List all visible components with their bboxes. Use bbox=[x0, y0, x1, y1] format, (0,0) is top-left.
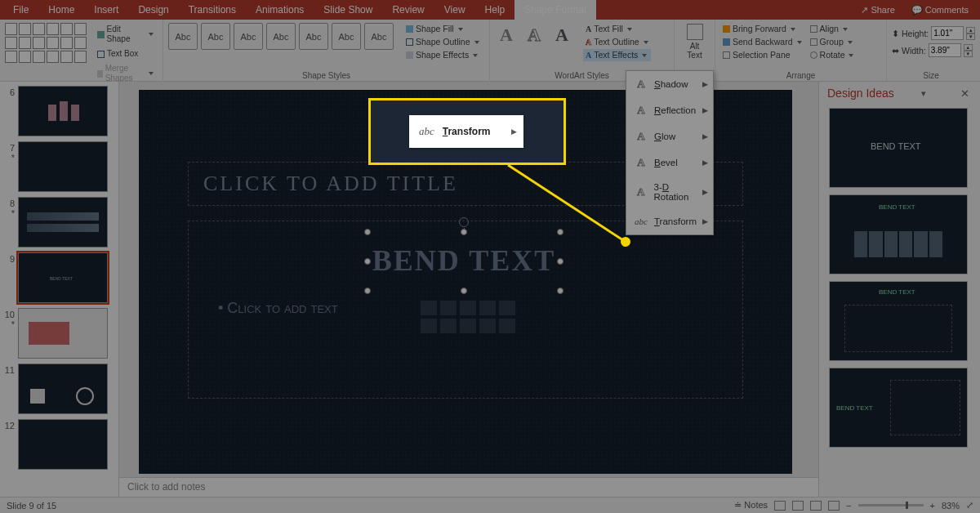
design-ideas-pane: Design Ideas ▾ ✕ BEND TEXT BEND TEXT BEN… bbox=[818, 82, 980, 497]
design-idea-item[interactable]: BEND TEXT bbox=[829, 194, 968, 274]
resize-handle[interactable] bbox=[461, 288, 467, 294]
zoom-slider[interactable] bbox=[858, 504, 924, 506]
text-fill-button[interactable]: AText Fill bbox=[583, 23, 651, 35]
slide-thumbnail-selected[interactable]: BEND TEXT bbox=[18, 252, 108, 303]
wordart-swatch[interactable]: A bbox=[495, 23, 518, 47]
height-icon: ⬍ bbox=[892, 29, 899, 38]
shape-gallery[interactable] bbox=[5, 23, 87, 63]
notes-button[interactable]: ≐ Notes bbox=[734, 500, 768, 511]
design-idea-item[interactable]: BEND TEXT bbox=[829, 368, 968, 448]
text-effects-glow[interactable]: AGlow▶ bbox=[626, 123, 713, 149]
view-reading-icon[interactable] bbox=[810, 501, 822, 511]
shape-effects-button[interactable]: Shape Effects bbox=[403, 49, 482, 61]
wordart-swatch[interactable]: A bbox=[550, 23, 573, 47]
design-ideas-dropdown-icon[interactable]: ▾ bbox=[921, 88, 926, 99]
text-effects-transform[interactable]: abcTransform▶ bbox=[626, 208, 713, 234]
wordart-swatch[interactable]: A bbox=[523, 23, 546, 47]
fit-to-window-button[interactable]: ⤢ bbox=[966, 500, 973, 511]
slide-thumbnail[interactable] bbox=[18, 308, 108, 359]
resize-handle[interactable] bbox=[557, 288, 564, 294]
comments-button[interactable]: 💬 Comments bbox=[905, 0, 975, 20]
text-outline-button[interactable]: AText Outline bbox=[583, 36, 651, 48]
slide-thumbnail[interactable] bbox=[18, 419, 108, 470]
selection-pane-label: Selection Pane bbox=[733, 50, 791, 60]
resize-handle[interactable] bbox=[364, 258, 371, 265]
share-button[interactable]: ↗ Share bbox=[854, 0, 901, 20]
tab-transitions[interactable]: Transitions bbox=[179, 0, 246, 20]
width-spinner[interactable]: ▲▼ bbox=[964, 44, 973, 57]
shape-fill-button[interactable]: Shape Fill bbox=[403, 23, 482, 35]
width-label: Width: bbox=[902, 46, 926, 56]
tab-slideshow[interactable]: Slide Show bbox=[314, 0, 382, 20]
text-effects-bevel[interactable]: ABevel▶ bbox=[626, 149, 713, 176]
style-swatch[interactable]: Abc bbox=[364, 23, 394, 50]
wordart-gallery[interactable]: A A A bbox=[495, 23, 573, 47]
height-input[interactable] bbox=[931, 26, 964, 40]
alt-text-button[interactable]: Alt Text bbox=[680, 23, 710, 60]
bring-forward-button[interactable]: Bring Forward bbox=[720, 23, 804, 35]
group-button[interactable]: Group bbox=[808, 36, 857, 48]
style-swatch[interactable]: Abc bbox=[299, 23, 328, 50]
shape-outline-button[interactable]: Shape Outline bbox=[403, 36, 482, 48]
text-effects-shadow[interactable]: AShadow▶ bbox=[626, 71, 713, 97]
content-icons[interactable] bbox=[421, 301, 515, 333]
send-backward-button[interactable]: Send Backward bbox=[720, 36, 804, 48]
design-idea-item[interactable]: BEND TEXT bbox=[829, 281, 968, 361]
slide-thumbnail[interactable] bbox=[18, 364, 108, 414]
transform-icon: abc bbox=[419, 125, 434, 138]
text-effects-3d-rotation[interactable]: A3-D Rotation▶ bbox=[626, 176, 713, 208]
align-button[interactable]: Align bbox=[808, 23, 857, 35]
chevron-right-icon: ▶ bbox=[702, 188, 708, 196]
edit-shape-label: Edit Shape bbox=[107, 25, 145, 44]
slide-thumbnail[interactable] bbox=[18, 141, 108, 192]
tab-view[interactable]: View bbox=[434, 0, 475, 20]
text-effects-reflection[interactable]: AReflection▶ bbox=[626, 97, 713, 123]
shape-effects-label: Shape Effects bbox=[416, 50, 469, 60]
shape-fill-label: Shape Fill bbox=[416, 24, 454, 34]
text-effects-button[interactable]: AText Effects bbox=[583, 49, 651, 61]
thumb-number: 7 bbox=[10, 143, 15, 153]
zoom-level: 83% bbox=[942, 501, 960, 511]
style-swatch[interactable]: Abc bbox=[332, 23, 361, 50]
shape-styles-gallery[interactable]: Abc Abc Abc Abc Abc Abc Abc bbox=[168, 23, 394, 50]
selection-pane-button[interactable]: Selection Pane bbox=[720, 49, 804, 61]
view-sorter-icon[interactable] bbox=[792, 501, 804, 511]
height-spinner[interactable]: ▲▼ bbox=[966, 27, 975, 40]
tab-home[interactable]: Home bbox=[38, 0, 84, 20]
tab-help[interactable]: Help bbox=[475, 0, 515, 20]
notes-pane[interactable]: Click to add notes bbox=[119, 477, 818, 497]
view-slideshow-icon[interactable] bbox=[828, 501, 840, 511]
resize-handle[interactable] bbox=[557, 258, 564, 265]
resize-handle[interactable] bbox=[364, 288, 371, 294]
resize-handle[interactable] bbox=[461, 229, 467, 235]
slide-thumbnail[interactable] bbox=[18, 86, 108, 136]
style-swatch[interactable]: Abc bbox=[266, 23, 296, 50]
zoom-out-button[interactable]: − bbox=[846, 501, 851, 511]
zoom-in-button[interactable]: + bbox=[930, 501, 935, 511]
design-idea-item[interactable]: BEND TEXT bbox=[829, 108, 968, 188]
tab-file[interactable]: File bbox=[3, 0, 38, 20]
style-swatch[interactable]: Abc bbox=[234, 23, 263, 50]
tab-animations[interactable]: Animations bbox=[246, 0, 314, 20]
rotate-handle[interactable] bbox=[459, 217, 469, 227]
chevron-right-icon: ▶ bbox=[702, 217, 708, 225]
close-icon[interactable]: ✕ bbox=[958, 87, 972, 100]
view-normal-icon[interactable] bbox=[774, 501, 786, 511]
slide-thumbnail[interactable] bbox=[18, 197, 108, 248]
style-swatch[interactable]: Abc bbox=[201, 23, 230, 50]
width-icon: ⬌ bbox=[892, 46, 899, 56]
slide-thumbnail-panel[interactable]: 6 7* 8* 9BEND TEXT 10* 11 12 bbox=[0, 82, 119, 497]
tab-insert[interactable]: Insert bbox=[84, 0, 128, 20]
text-fill-label: Text Fill bbox=[594, 24, 623, 34]
rotate-button[interactable]: Rotate bbox=[808, 49, 857, 61]
text-box-button[interactable]: Text Box bbox=[93, 47, 158, 60]
reflection-icon: A bbox=[635, 104, 648, 117]
style-swatch[interactable]: Abc bbox=[168, 23, 198, 50]
width-input[interactable] bbox=[929, 43, 961, 57]
edit-shape-button[interactable]: Edit Shape bbox=[93, 23, 158, 46]
tab-design[interactable]: Design bbox=[128, 0, 178, 20]
tab-shape-format[interactable]: Shape Format bbox=[514, 0, 596, 20]
resize-handle[interactable] bbox=[364, 229, 371, 235]
design-ideas-list[interactable]: BEND TEXT BEND TEXT BEND TEXT BEND TEXT bbox=[819, 105, 980, 497]
tab-review[interactable]: Review bbox=[382, 0, 434, 20]
